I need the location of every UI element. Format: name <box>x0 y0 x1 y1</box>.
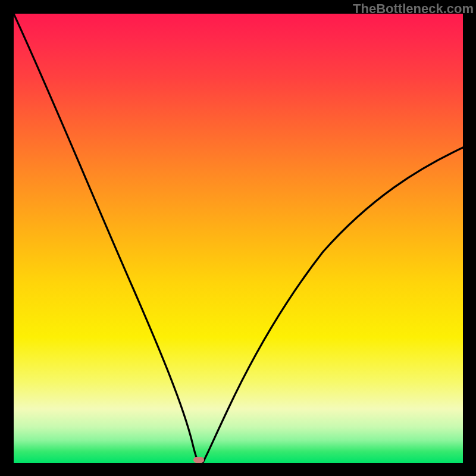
curve-left-branch <box>14 14 199 462</box>
bottleneck-curve <box>14 14 463 463</box>
min-marker <box>193 457 204 463</box>
chart-frame: TheBottleneck.com <box>0 0 476 476</box>
curve-right-branch <box>203 148 463 462</box>
plot-area <box>14 14 463 463</box>
watermark: TheBottleneck.com <box>353 1 474 17</box>
